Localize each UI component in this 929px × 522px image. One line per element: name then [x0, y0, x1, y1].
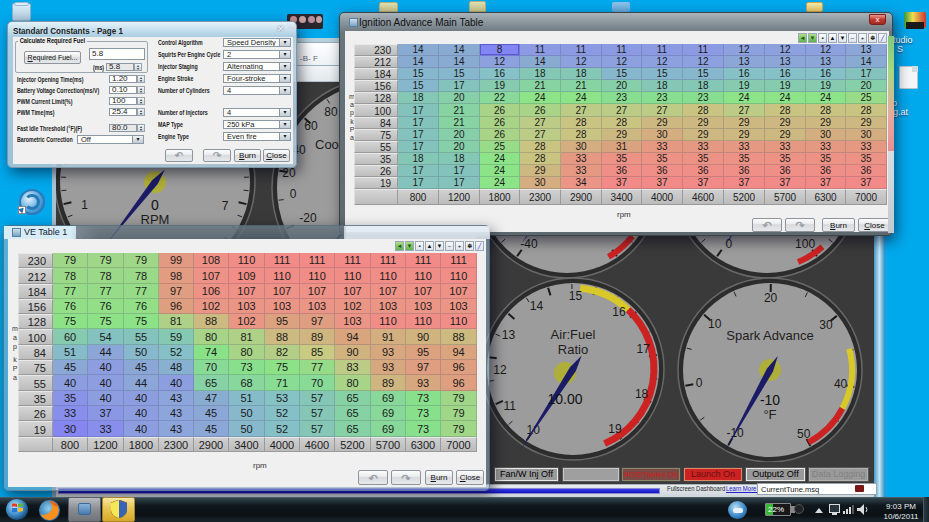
svg-text:14: 14 [530, 299, 544, 313]
svg-text:Spark Advance: Spark Advance [726, 328, 813, 343]
svg-text:50: 50 [797, 427, 811, 441]
svg-text:0: 0 [696, 376, 703, 390]
svg-text:Air:Fuel: Air:Fuel [551, 327, 596, 342]
svg-text:30: 30 [819, 318, 833, 332]
svg-text:-10: -10 [760, 392, 780, 408]
svg-text:16: 16 [612, 305, 626, 319]
svg-text:18: 18 [635, 387, 649, 401]
svg-text:Ratio: Ratio [558, 342, 588, 357]
svg-text:1: 1 [81, 198, 88, 212]
svg-text:°F: °F [763, 407, 776, 422]
svg-text:100: 100 [795, 237, 815, 251]
svg-text:20: 20 [282, 166, 296, 180]
svg-text:19: 19 [608, 422, 622, 436]
svg-text:0: 0 [151, 197, 159, 213]
svg-text:0: 0 [290, 187, 297, 201]
svg-text:-40: -40 [520, 237, 538, 251]
svg-text:20: 20 [764, 291, 778, 305]
svg-text:11: 11 [504, 399, 517, 413]
svg-text:17: 17 [637, 342, 651, 356]
svg-text:10.00: 10.00 [547, 391, 582, 407]
svg-text:12: 12 [493, 363, 507, 377]
svg-text:60: 60 [304, 119, 318, 133]
svg-text:40: 40 [834, 377, 848, 391]
svg-text:10: 10 [708, 317, 722, 331]
svg-text:7: 7 [222, 199, 229, 213]
svg-text:-20: -20 [299, 211, 317, 225]
svg-text:15: 15 [569, 289, 583, 303]
svg-text:13: 13 [502, 328, 516, 342]
svg-text:80: 80 [324, 105, 338, 119]
